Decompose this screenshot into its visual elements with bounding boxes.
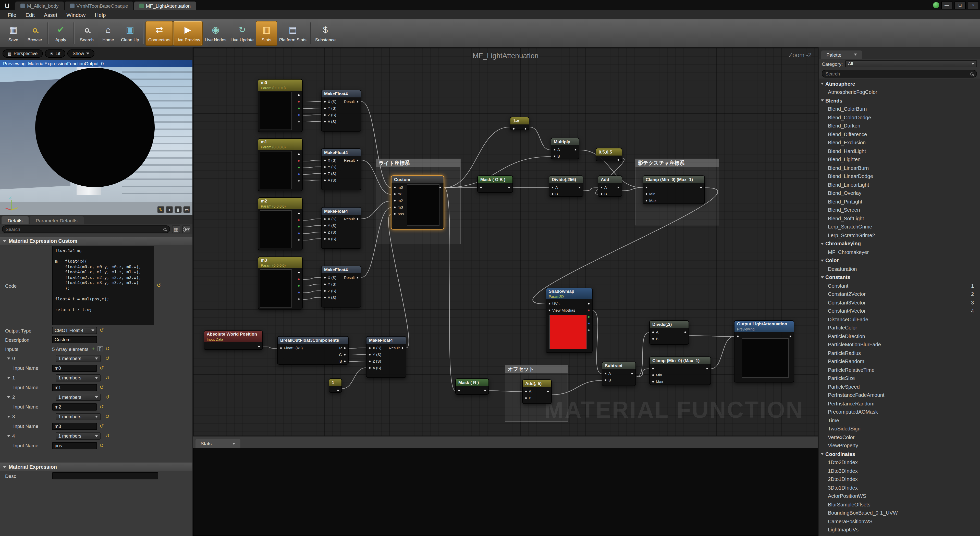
- graph-node-absolute-world-position[interactable]: Absolute World PositionInput Data: [204, 330, 263, 350]
- palette-item-TwoSidedSign[interactable]: TwoSidedSign: [819, 425, 980, 433]
- palette-item-AtmosphericFogColor[interactable]: AtmosphericFogColor: [819, 88, 980, 97]
- palette-item-BoundingBoxBased_0-1_UVW[interactable]: BoundingBoxBased_0-1_UVW: [819, 509, 980, 517]
- palette-search-input[interactable]: Search: [822, 70, 977, 78]
- node-pin[interactable]: [294, 236, 302, 243]
- node-pin[interactable]: [584, 314, 592, 320]
- palette-item-Blend_Darken[interactable]: Blend_Darken: [819, 122, 980, 130]
- palette-item-Blend_Lighten[interactable]: Blend_Lighten: [819, 155, 980, 164]
- graph-node-clamp-2[interactable]: Clamp (Min=0) (Max=1)MinMax: [649, 357, 711, 385]
- home-button[interactable]: ⌂Home: [97, 21, 119, 46]
- palette-item-Constant[interactable]: Constant1: [819, 282, 980, 290]
- palette-item-1Dto2DIndex[interactable]: 1Dto2DIndex: [819, 458, 980, 467]
- palette-item-Constant4Vector[interactable]: Constant4Vector4: [819, 307, 980, 315]
- stats-output-area[interactable]: [193, 448, 818, 536]
- viewport-scene[interactable]: Z ↻●▮▭: [0, 67, 192, 215]
- graph-node-makefloat4-1[interactable]: MakeFloat4X (S)Y (S)Z (S)A (S)Result: [321, 90, 361, 132]
- node-pin[interactable]: m1: [391, 191, 406, 197]
- graph-canvas[interactable]: MF_LightAttenuation Zoom -2 MATERIAL FUN…: [193, 48, 818, 436]
- input-element-2-name-field[interactable]: m2: [52, 403, 97, 410]
- save-button[interactable]: ▦Save: [3, 21, 24, 46]
- details-search-input[interactable]: Search: [2, 225, 170, 233]
- node-pin[interactable]: [575, 184, 583, 191]
- close-button[interactable]: ×: [968, 1, 979, 9]
- node-pin[interactable]: [786, 333, 794, 339]
- graph-node-add-neg[interactable]: Add(,-5)AB: [522, 379, 552, 404]
- node-pin[interactable]: [294, 118, 302, 125]
- description-field[interactable]: Custom: [52, 336, 97, 343]
- palette-item-BlurSampleOffsets[interactable]: BlurSampleOffsets: [819, 500, 980, 509]
- palette-item-Constant2Vector[interactable]: Constant2Vector2: [819, 290, 980, 298]
- node-pin[interactable]: A: [523, 388, 533, 395]
- node-pin[interactable]: [584, 307, 592, 314]
- node-pin[interactable]: [584, 327, 592, 333]
- input-element-1-name-field[interactable]: m1: [52, 384, 97, 391]
- input-element-3-name-field[interactable]: m3: [52, 422, 97, 430]
- node-pin[interactable]: A (S): [321, 236, 339, 242]
- node-pin[interactable]: Y (S): [321, 105, 339, 112]
- node-pin[interactable]: [504, 184, 512, 191]
- node-pin[interactable]: X (S): [321, 98, 339, 105]
- palette-item-ParticleSize[interactable]: ParticleSize: [819, 374, 980, 382]
- node-pin[interactable]: [294, 171, 302, 178]
- node-pin[interactable]: X (S): [321, 274, 339, 281]
- delete-elements-icon[interactable]: ▯: [97, 346, 103, 351]
- lit-viewport-button[interactable]: ☀Lit: [45, 49, 65, 58]
- palette-section-blends[interactable]: Blends: [819, 97, 980, 105]
- palette-item-MF_Chromakeyer[interactable]: MF_Chromakeyer: [819, 248, 980, 256]
- node-pin[interactable]: R: [337, 345, 348, 351]
- node-pin[interactable]: B: [598, 191, 609, 197]
- node-pin[interactable]: A: [549, 184, 560, 191]
- reset-icon[interactable]: ↺: [100, 423, 104, 429]
- desc-field[interactable]: [52, 472, 158, 479]
- node-pin[interactable]: A: [602, 370, 613, 377]
- node-pin[interactable]: [294, 224, 302, 230]
- node-pin[interactable]: [650, 365, 665, 372]
- section-material-expression[interactable]: Material Expression: [0, 463, 192, 471]
- node-pin[interactable]: [480, 387, 488, 394]
- search-button[interactable]: Search: [76, 21, 97, 46]
- palette-item-ParticleRadius[interactable]: ParticleRadius: [819, 349, 980, 357]
- node-pin[interactable]: m2: [391, 197, 406, 204]
- palette-item-Blend_LinearDodge[interactable]: Blend_LinearDodge: [819, 172, 980, 181]
- node-pin[interactable]: Max: [643, 197, 659, 204]
- palette-item-2Dto1DIndex[interactable]: 2Dto1DIndex: [819, 475, 980, 484]
- palette-item-DistanceCullFade[interactable]: DistanceCullFade: [819, 315, 980, 324]
- code-editor[interactable]: float4x4 m; m = float4x4( float4(m0.x, m…: [52, 246, 154, 325]
- graph-node-add[interactable]: AddAB: [598, 176, 622, 197]
- palette-item-Blend_LinearLight[interactable]: Blend_LinearLight: [819, 181, 980, 189]
- node-pin[interactable]: [520, 125, 529, 132]
- palette-item-PrecomputedAOMask[interactable]: PrecomputedAOMask: [819, 408, 980, 416]
- palette-item-Blend_SoftLight[interactable]: Blend_SoftLight: [819, 214, 980, 223]
- palette-section-coordinates[interactable]: Coordinates: [819, 450, 980, 458]
- node-pin[interactable]: Float3 (V3): [278, 345, 305, 351]
- node-pin[interactable]: [294, 210, 302, 217]
- node-pin[interactable]: [614, 184, 622, 191]
- input-element-2-header[interactable]: 21 members↺: [0, 392, 192, 402]
- node-pin[interactable]: UVs: [546, 300, 577, 307]
- graph-node-breakout-float3[interactable]: BreakOutFloat3ComponentsFloat3 (V3)RGB: [277, 336, 348, 365]
- reset-icon[interactable]: ↺: [100, 443, 104, 448]
- tab-parameter-defaults[interactable]: Parameter Defaults: [30, 216, 84, 224]
- input-element-1-header[interactable]: 11 members↺: [0, 373, 192, 382]
- reset-code-icon[interactable]: ↺: [157, 283, 161, 288]
- reset-icon[interactable]: ↺: [105, 356, 110, 361]
- node-pin[interactable]: [627, 370, 635, 377]
- node-pin[interactable]: A (S): [321, 118, 339, 125]
- reset-output-type-icon[interactable]: ↺: [100, 328, 104, 333]
- node-pin[interactable]: X (S): [366, 345, 383, 351]
- node-pin[interactable]: B: [549, 191, 560, 197]
- menu-edit[interactable]: Edit: [21, 11, 39, 18]
- palette-item-Blend_Exclusion[interactable]: Blend_Exclusion: [819, 138, 980, 147]
- node-pin[interactable]: Y (S): [366, 351, 383, 358]
- graph-node-m2[interactable]: m2Param (0,0,0,0): [258, 197, 303, 251]
- reset-icon[interactable]: ↺: [100, 365, 104, 371]
- input-element-2-members-dropdown[interactable]: 1 members: [56, 393, 101, 401]
- live-nodes-button[interactable]: ◉Live Nodes: [203, 21, 228, 46]
- add-element-icon[interactable]: +: [92, 346, 95, 352]
- palette-section-chromakeying[interactable]: Chromakeying: [819, 239, 980, 248]
- node-pin[interactable]: [333, 387, 342, 394]
- input-element-0-header[interactable]: 01 members↺: [0, 354, 192, 363]
- node-pin[interactable]: Min: [650, 372, 665, 378]
- node-pin[interactable]: [511, 125, 519, 132]
- live-update-button[interactable]: ↻Live Update: [228, 21, 256, 46]
